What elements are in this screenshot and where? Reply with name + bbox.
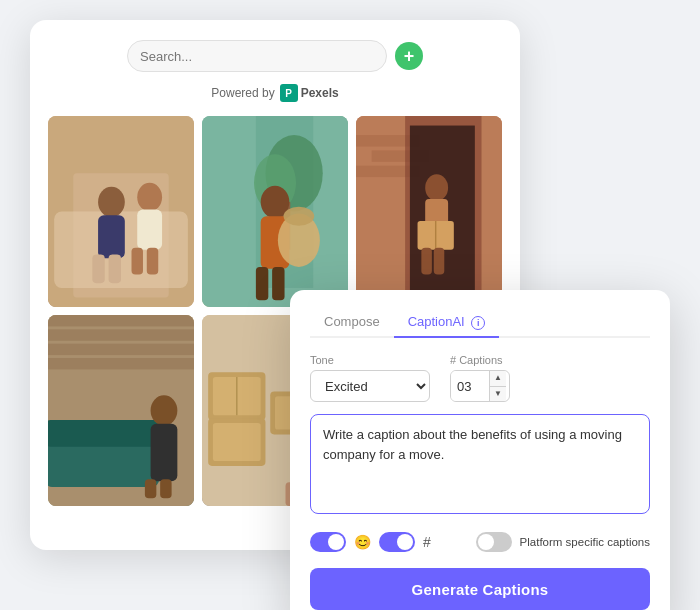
svg-rect-17 [261,216,290,269]
svg-rect-36 [48,315,194,506]
svg-point-21 [284,207,315,226]
svg-rect-48 [208,372,265,420]
svg-rect-11 [202,116,348,307]
platform-toggle-wrap: Platform specific captions [476,532,650,552]
svg-rect-38 [48,329,194,340]
svg-point-29 [425,174,448,201]
tone-label: Tone [310,354,430,366]
captions-increment-button[interactable]: ▲ [490,371,506,387]
svg-rect-9 [132,248,143,275]
captions-count-input[interactable] [451,371,489,401]
image-cell-4[interactable] [48,315,194,506]
platform-specific-label: Platform specific captions [520,536,650,548]
svg-rect-45 [145,479,156,498]
svg-rect-40 [48,358,194,369]
svg-rect-25 [372,150,429,161]
svg-point-7 [137,183,162,212]
platform-specific-toggle[interactable] [476,532,512,552]
tone-field-group: Tone Excited Professional Casual Humorou… [310,354,430,402]
captions-stepper: ▲ ▼ [489,371,506,401]
svg-rect-0 [48,116,194,307]
pexels-logo: P Pexels [280,84,339,102]
toggles-row: 😊 # Platform specific captions [310,532,650,552]
svg-rect-8 [137,210,162,250]
pexels-name: Pexels [301,86,339,100]
svg-rect-22 [356,116,502,307]
svg-rect-15 [281,202,291,250]
svg-rect-41 [48,439,159,487]
svg-rect-2 [54,212,188,288]
add-image-button[interactable]: + [395,42,423,70]
svg-rect-44 [151,424,178,481]
svg-rect-51 [208,418,265,466]
tab-captionai[interactable]: CaptionAI i [394,308,500,338]
svg-rect-6 [109,254,121,283]
svg-point-20 [278,213,320,266]
svg-rect-37 [48,315,194,326]
svg-rect-26 [356,166,419,177]
toggle1-wrap [310,532,346,552]
svg-rect-12 [256,116,313,288]
svg-rect-52 [213,423,261,461]
svg-rect-42 [48,420,159,447]
svg-rect-24 [356,135,419,146]
svg-point-13 [265,135,322,211]
prompt-textarea[interactable]: Write a caption about the benefits of us… [310,414,650,514]
powered-by-label: Powered by [211,86,274,100]
tab-compose[interactable]: Compose [310,308,394,338]
image-cell-2[interactable] [202,116,348,307]
svg-rect-33 [421,248,432,275]
svg-rect-23 [356,116,502,307]
emoji-toggle[interactable] [310,532,346,552]
svg-rect-18 [256,267,268,300]
svg-point-14 [254,154,296,211]
caption-ai-panel: Compose CaptionAI i Tone Excited Profess… [290,290,670,610]
svg-rect-10 [147,248,158,275]
svg-rect-1 [73,173,169,297]
svg-rect-39 [48,344,194,355]
svg-point-3 [98,187,125,218]
captionai-info-icon[interactable]: i [471,316,485,330]
captions-count-input-wrap: ▲ ▼ [450,370,510,402]
svg-rect-35 [48,315,194,506]
svg-point-43 [151,395,178,426]
svg-rect-19 [272,267,284,300]
tone-select[interactable]: Excited Professional Casual Humorous Ins… [310,370,430,402]
image-cell-3[interactable] [356,116,502,307]
svg-rect-34 [434,248,445,275]
tone-captions-row: Tone Excited Professional Casual Humorou… [310,354,650,402]
svg-rect-28 [410,126,475,298]
generate-captions-button[interactable]: Generate Captions [310,568,650,610]
search-bar-row: + [48,40,502,72]
hashtag-toggle[interactable] [379,532,415,552]
svg-rect-5 [92,254,104,283]
emoji-icon: 😊 [354,534,371,550]
svg-rect-49 [213,377,261,415]
search-input[interactable] [127,40,387,72]
hashtag-icon: # [423,534,431,550]
svg-rect-30 [425,199,448,237]
toggle2-wrap [379,532,415,552]
svg-rect-4 [98,215,125,258]
powered-by-row: Powered by P Pexels [48,84,502,102]
svg-rect-31 [418,221,454,250]
captions-decrement-button[interactable]: ▼ [490,387,506,402]
svg-point-16 [261,186,290,218]
svg-rect-27 [405,116,481,307]
tabs-row: Compose CaptionAI i [310,308,650,338]
captions-count-field-group: # Captions ▲ ▼ [450,354,510,402]
captions-count-label: # Captions [450,354,510,366]
svg-rect-46 [160,479,171,498]
pexels-icon: P [280,84,298,102]
image-cell-1[interactable] [48,116,194,307]
